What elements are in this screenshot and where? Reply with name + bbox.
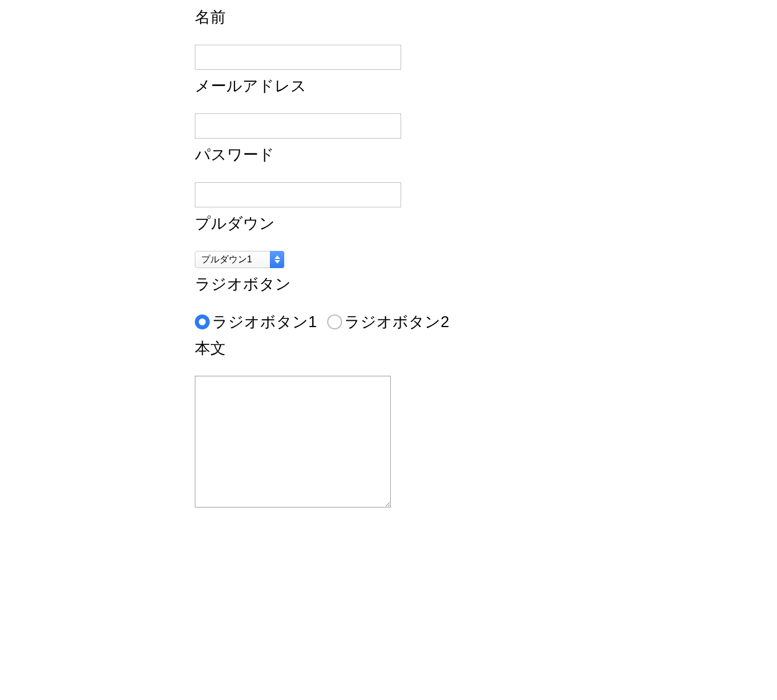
radio-group: ラジオボタン1 ラジオボタン2 xyxy=(195,312,777,332)
radio-option-1[interactable]: ラジオボタン1 xyxy=(195,312,317,332)
email-label: メールアドレス xyxy=(195,76,777,96)
body-textarea[interactable] xyxy=(195,376,391,508)
email-field-block: メールアドレス xyxy=(195,76,777,139)
radio-field-block: ラジオボタン ラジオボタン1 ラジオボタン2 xyxy=(195,274,777,332)
name-field-block: 名前 xyxy=(195,7,777,70)
password-label: パスワード xyxy=(195,144,777,165)
radio-option-1-label: ラジオボタン1 xyxy=(212,312,317,332)
name-input[interactable] xyxy=(195,45,401,70)
radio-option-2-label: ラジオボタン2 xyxy=(344,312,449,332)
radio-icon-checked xyxy=(195,314,210,329)
radio-label: ラジオボタン xyxy=(195,274,777,294)
radio-option-2[interactable]: ラジオボタン2 xyxy=(327,312,449,332)
name-label: 名前 xyxy=(195,7,777,27)
password-field-block: パスワード xyxy=(195,144,777,207)
form-container: 名前 メールアドレス パスワード プルダウン プルダウン1 ラジオボタン ラジオ… xyxy=(0,0,777,510)
password-input[interactable] xyxy=(195,182,401,207)
email-input[interactable] xyxy=(195,113,401,139)
pulldown-select-wrapper[interactable]: プルダウン1 xyxy=(195,251,284,268)
pulldown-field-block: プルダウン プルダウン1 xyxy=(195,213,777,268)
pulldown-label: プルダウン xyxy=(195,213,777,234)
pulldown-select[interactable]: プルダウン1 xyxy=(195,251,284,268)
body-field-block: 本文 xyxy=(195,338,777,510)
pulldown-selected-value: プルダウン1 xyxy=(201,254,252,266)
body-label: 本文 xyxy=(195,338,777,359)
radio-icon-unchecked xyxy=(327,314,342,329)
